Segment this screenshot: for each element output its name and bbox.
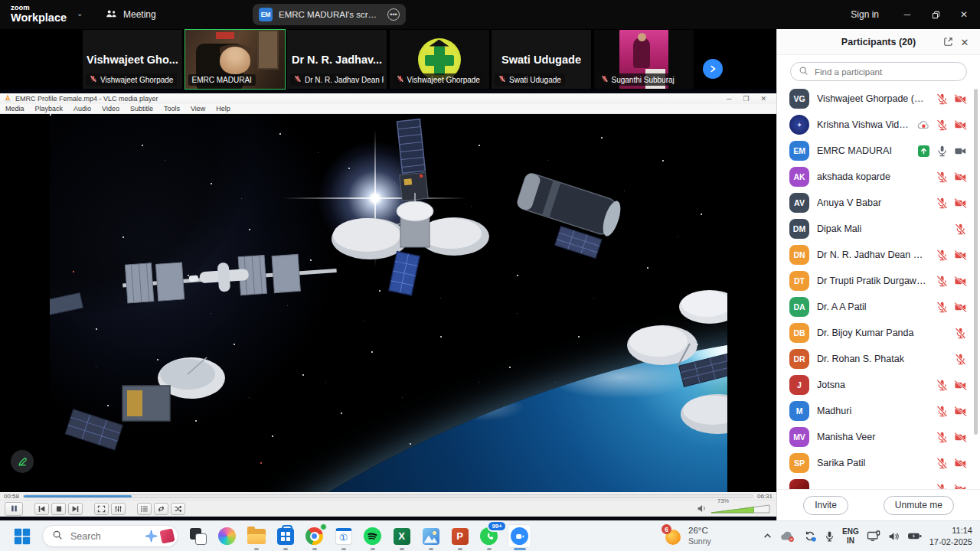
- participant-row[interactable]: AKakshada koparde: [777, 164, 980, 190]
- sign-in-button[interactable]: Sign in: [851, 0, 879, 29]
- microphone-icon[interactable]: [825, 530, 835, 543]
- annotation-pencil-button[interactable]: [11, 450, 34, 473]
- vlc-close-icon[interactable]: ✕: [760, 95, 766, 103]
- vlc-next-button[interactable]: [68, 503, 83, 515]
- video-content-space-scene: [50, 114, 727, 492]
- filmstrip-tile[interactable]: Suganthi Subburaj: [594, 30, 694, 89]
- task-view-icon[interactable]: [188, 526, 208, 546]
- filmstrip-tile[interactable]: Vishwajeet Ghorpade: [390, 30, 489, 89]
- photos-icon[interactable]: [420, 526, 441, 546]
- whatsapp-icon[interactable]: 99+: [479, 526, 499, 546]
- display-cast-icon[interactable]: [867, 530, 880, 542]
- participant-row[interactable]: AVAnuya V Babar: [777, 190, 980, 216]
- vlc-random-button[interactable]: [171, 503, 185, 515]
- onedrive-icon[interactable]: [780, 530, 795, 543]
- vlc-controls-bar: 73%: [0, 500, 776, 517]
- participant-row[interactable]: MMadhuri: [777, 398, 980, 424]
- participant-row[interactable]: DNDr N. R. Jadhav Dean Pharmacy: [777, 242, 980, 268]
- ellipsis-menu-icon[interactable]: •••: [387, 8, 400, 21]
- unmute-me-button[interactable]: Unmute me: [884, 496, 954, 515]
- vlc-titlebar[interactable]: EMRC Profile Female.mp4 - VLC media play…: [0, 93, 776, 104]
- participant-row[interactable]: [777, 476, 980, 490]
- filmstrip-tile[interactable]: EMRC MADURAI: [185, 30, 285, 89]
- vlc-stop-button[interactable]: [51, 503, 66, 515]
- mic-muted-icon: [936, 275, 949, 288]
- search-input[interactable]: [813, 67, 959, 77]
- vlc-menu-help[interactable]: Help: [216, 105, 230, 112]
- participant-row[interactable]: DADr. A A Patil: [777, 294, 980, 320]
- participant-search[interactable]: [790, 62, 967, 81]
- mic-muted-icon: [397, 75, 404, 84]
- vlc-seek-bar[interactable]: [23, 494, 753, 498]
- powerpoint-icon[interactable]: P: [449, 526, 470, 546]
- mic-muted-icon: [954, 327, 967, 340]
- participant-row[interactable]: DTDr Trupti Pratik Durgawale: [777, 268, 980, 294]
- participant-row[interactable]: DMDipak Mali: [777, 216, 980, 242]
- participant-row[interactable]: DRDr. Rohan S. Phatak: [777, 346, 980, 372]
- volume-icon[interactable]: [888, 531, 900, 542]
- calendar-icon[interactable]: ①: [333, 526, 354, 546]
- search-highlight-icon[interactable]: [145, 530, 158, 543]
- participant-row[interactable]: EMEMRC MADURAI: [777, 138, 980, 164]
- participant-row[interactable]: JJotsna: [777, 372, 980, 398]
- vlc-playlist-button[interactable]: [137, 503, 152, 515]
- panel-scrollbar[interactable]: [974, 89, 978, 435]
- invite-button[interactable]: Invite: [803, 496, 848, 515]
- chevron-down-icon[interactable]: ⌄: [77, 9, 83, 18]
- taskbar-search-input[interactable]: [69, 530, 139, 543]
- vlc-loop-button[interactable]: [154, 503, 168, 515]
- spotify-icon[interactable]: [362, 526, 383, 546]
- tab-meeting[interactable]: Meeting: [106, 0, 156, 29]
- zoom-icon[interactable]: [508, 524, 531, 548]
- vlc-menu-video[interactable]: Video: [102, 105, 119, 112]
- taskbar-search[interactable]: [42, 525, 178, 547]
- filmstrip-tile[interactable]: Dr N. R. Jadhav...Dr N. R. Jadhav Dean P…: [287, 30, 387, 89]
- minimize-button[interactable]: ─: [894, 0, 920, 29]
- battery-icon[interactable]: [907, 532, 922, 540]
- vlc-minimize-icon[interactable]: ─: [727, 95, 731, 103]
- vlc-restore-icon[interactable]: ❐: [743, 95, 749, 103]
- participant-row[interactable]: SPSarika Patil: [777, 450, 980, 476]
- vlc-extended-settings-button[interactable]: [111, 503, 126, 515]
- participant-row[interactable]: DBDr. Bijoy Kumar Panda: [777, 320, 980, 346]
- vlc-menu-media[interactable]: Media: [5, 105, 24, 112]
- weather-widget[interactable]: 6 26°C Sunny: [663, 521, 711, 551]
- vlc-menu-playback[interactable]: Playback: [35, 105, 64, 112]
- vlc-menu-audio[interactable]: Audio: [74, 105, 91, 112]
- participant-row[interactable]: MVManisha Veer: [777, 424, 980, 450]
- participant-row[interactable]: VGVishwajeet Ghorpade (Me): [777, 86, 980, 112]
- vlc-volume-control[interactable]: 73%: [697, 504, 772, 514]
- excel-icon[interactable]: X: [391, 526, 412, 546]
- screen-share-indicator-pill[interactable]: EM EMRC MADURAI's screen •••: [253, 4, 406, 25]
- participant-row[interactable]: ✦Krishna Vishwa Vidya... (Host): [777, 112, 980, 138]
- vlc-menu-subtitle[interactable]: Subtitle: [130, 105, 153, 112]
- start-button[interactable]: [12, 527, 32, 546]
- avatar: EM: [789, 141, 809, 161]
- chevron-up-icon[interactable]: [763, 531, 773, 541]
- weather-temp: 26°C: [688, 526, 711, 536]
- rewards-cards-icon[interactable]: [159, 528, 175, 543]
- vlc-pause-button[interactable]: [5, 502, 23, 516]
- copilot-icon[interactable]: [217, 526, 237, 546]
- close-panel-icon[interactable]: ✕: [958, 35, 972, 49]
- vlc-total-time: 06:31: [757, 493, 773, 500]
- filmstrip-tile[interactable]: Vishwajeet Gho...Vishwajeet Ghorpade: [83, 30, 182, 89]
- file-explorer-icon[interactable]: [246, 526, 266, 546]
- filmstrip-next-button[interactable]: [703, 59, 723, 79]
- close-button[interactable]: ✕: [951, 0, 977, 29]
- vlc-previous-button[interactable]: [34, 503, 49, 515]
- cam-off-icon: [954, 93, 967, 106]
- chrome-icon[interactable]: [304, 526, 325, 546]
- clock-widget[interactable]: 11:1417-02-2025: [929, 525, 972, 547]
- vlc-menu-view[interactable]: View: [191, 105, 205, 112]
- filmstrip-tile[interactable]: Swati UdugadeSwati Udugade: [492, 30, 591, 89]
- vlc-menubar: MediaPlaybackAudioVideoSubtitleToolsView…: [0, 104, 776, 114]
- sync-update-icon[interactable]: [803, 530, 817, 543]
- microsoft-store-icon[interactable]: [275, 526, 296, 546]
- pop-out-icon[interactable]: [942, 36, 954, 48]
- restore-button[interactable]: [923, 0, 949, 29]
- vlc-menu-tools[interactable]: Tools: [164, 105, 180, 112]
- language-indicator[interactable]: ENGIN: [842, 527, 859, 545]
- cam-off-icon: [954, 249, 967, 262]
- vlc-fullscreen-button[interactable]: [94, 503, 109, 515]
